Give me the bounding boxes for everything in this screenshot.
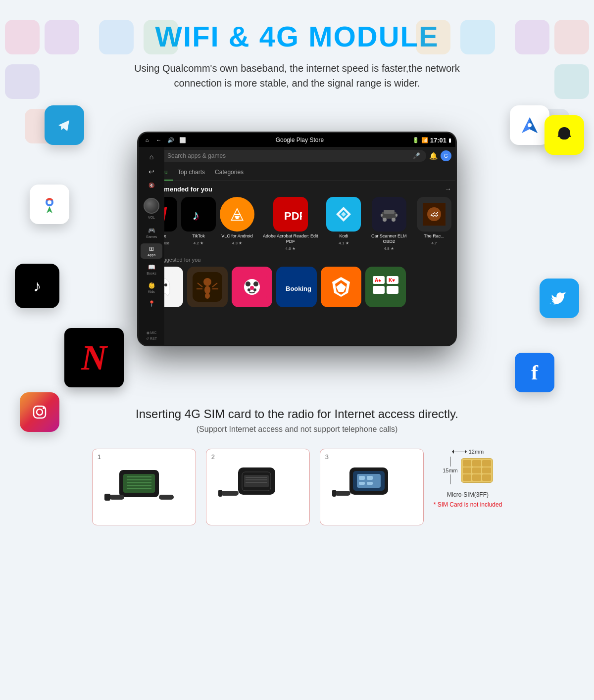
svg-text:♪: ♪ — [194, 210, 200, 223]
recommended-arrow[interactable]: → — [445, 185, 451, 193]
search-mic-icon[interactable]: 🎤 — [413, 152, 420, 159]
volume-knob[interactable]: VOL — [144, 196, 159, 219]
svg-point-48 — [250, 286, 254, 290]
sidebar-item-kids[interactable]: 👶 Kids — [141, 280, 162, 295]
dim-height-label: 15mm — [443, 467, 458, 473]
sim-diagram: 12mm 15mm — [434, 449, 502, 508]
svg-point-47 — [253, 281, 258, 286]
sim-not-included-label: * SIM Card is not included — [434, 501, 502, 508]
car-scanner-app-meta: 4.8 ★ — [384, 246, 394, 251]
home-icon[interactable]: ⌂ — [143, 136, 151, 144]
sidebar-map[interactable]: 📍 — [141, 298, 162, 309]
sidebar-item-books[interactable]: 📖 Books — [141, 262, 162, 277]
tiktok-app-meta: 4.2 ★ — [194, 241, 203, 245]
bottom-subtitle: (Support Internet access and not support… — [30, 425, 564, 434]
sidebar-nav: ⌂ ↩ 🔇 VOL — [139, 147, 164, 345]
app-item-kodi[interactable]: Kodi 4.1 ★ — [326, 197, 361, 251]
svg-text:PDF: PDF — [284, 210, 302, 222]
tab-categories[interactable]: Categories — [210, 165, 248, 181]
svg-rect-70 — [109, 495, 124, 500]
svg-text:A♠: A♠ — [375, 278, 381, 283]
app-item-other[interactable]: 🏎 The Rac... 4.7 — [417, 197, 451, 251]
svg-point-49 — [248, 288, 250, 291]
svg-point-35 — [164, 283, 167, 286]
svg-rect-85 — [367, 476, 373, 480]
svg-point-25 — [383, 218, 387, 222]
kodi-app-name: Kodi — [339, 233, 348, 239]
svg-point-39 — [205, 293, 210, 299]
app-item-vlc[interactable]: VLC for Android 4.3 ★ — [220, 197, 254, 251]
sim-step-3: 3 — [325, 453, 329, 461]
svg-rect-14 — [234, 214, 241, 215]
ad-item-solitaire[interactable]: A♠ K♥ — [365, 267, 406, 307]
svg-point-50 — [253, 288, 256, 291]
svg-rect-24 — [384, 210, 395, 214]
svg-rect-80 — [218, 490, 222, 497]
user-avatar[interactable]: G — [441, 150, 451, 161]
app-name: Google Play Store — [187, 137, 412, 143]
page-subtitle: Using Qualcomm's own baseband, the inter… — [114, 61, 480, 91]
sim-image-3: 3 — [320, 449, 424, 525]
sim-image-2: 2 — [206, 449, 310, 525]
svg-point-37 — [203, 278, 211, 286]
svg-text:Booking: Booking — [286, 285, 311, 292]
sidebar-volume-mute[interactable]: 🔇 — [141, 181, 162, 190]
recents-icon[interactable]: ⬜ — [178, 136, 187, 144]
header: WIFI & 4G MODULE Using Qualcomm's own ba… — [0, 0, 594, 100]
mic-label: ◉ MIC — [147, 331, 157, 335]
playstore-tabs: For you Top charts Categories — [139, 165, 455, 181]
sidebar-item-apps[interactable]: ⊞ Apps — [141, 243, 162, 259]
vlc-app-meta: 4.3 ★ — [232, 241, 242, 245]
recommended-header: Recommended for you → — [139, 181, 455, 195]
nav-icons: ⌂ ← 🔊 ⬜ — [143, 136, 187, 144]
sidebar-back[interactable]: ↩ — [141, 166, 162, 178]
sidebar-item-games[interactable]: 🎮 Games — [141, 225, 162, 240]
svg-rect-13 — [235, 216, 240, 218]
notification-icon[interactable]: 🔔 — [429, 152, 438, 160]
vlc-app-name: VLC for Android — [221, 233, 253, 239]
adobe-app-icon: PDF — [273, 197, 308, 232]
back-icon[interactable]: ← — [154, 136, 163, 144]
app-grid: N Netflix ▶ Installed ♪ ♪ ♪ — [139, 195, 455, 253]
ads-grid: Booking — [139, 265, 455, 309]
ad-item-panda[interactable] — [232, 267, 272, 307]
volume-icon[interactable]: 🔊 — [166, 136, 175, 144]
adobe-app-meta: 4.6 ★ — [286, 246, 296, 251]
sim-image-1: 1 — [92, 449, 196, 525]
status-bar: ⌂ ← 🔊 ⬜ Google Play Store 🔋 📶 17:01 ▮ — [139, 133, 455, 147]
search-placeholder: Search apps & games — [167, 152, 410, 159]
bottom-title: Inserting 4G SIM card to the radio for I… — [30, 407, 564, 421]
google-maps-icon — [30, 185, 69, 224]
sim-section: 1 2 — [30, 449, 564, 525]
sim-type-label: Micro-SIM(3FF) — [447, 491, 489, 498]
snapchat-icon — [544, 115, 584, 155]
kodi-app-meta: 4.1 ★ — [339, 241, 348, 245]
svg-rect-79 — [221, 491, 239, 496]
page-title: WIFI & 4G MODULE — [30, 20, 564, 53]
svg-point-46 — [246, 281, 250, 286]
other-app-icon: 🏎 — [417, 197, 451, 232]
twitter-icon — [540, 279, 579, 318]
sim-step-2: 2 — [211, 453, 215, 461]
app-item-car-scanner[interactable]: Car Scanner ELM OBD2 4.8 ★ — [365, 197, 413, 251]
instagram-icon — [20, 392, 59, 432]
svg-point-26 — [392, 218, 396, 222]
ad-item-brave[interactable] — [321, 267, 361, 307]
device-section: ♪ N — [0, 100, 594, 387]
svg-point-3 — [37, 409, 43, 415]
status-right: 🔋 📶 17:01 ▮ — [412, 137, 451, 144]
app-item-adobe[interactable]: PDF Adobe Acrobat Reader: Edit PDF 4.6 ★ — [258, 197, 322, 251]
svg-rect-89 — [332, 490, 336, 497]
tab-top-charts[interactable]: Top charts — [173, 165, 210, 181]
search-box[interactable]: 🔍 Search apps & games 🎤 — [151, 150, 426, 162]
svg-point-38 — [204, 286, 210, 294]
sidebar-home[interactable]: ⌂ — [141, 151, 162, 163]
app-item-tiktok[interactable]: ♪ ♪ ♪ TikTok 4.2 ★ — [181, 197, 216, 251]
navigation-icon — [510, 105, 549, 145]
svg-point-4 — [43, 407, 45, 409]
ad-item-booking[interactable]: Booking — [276, 267, 317, 307]
playstore-screen: ▶ 🔍 Search apps & games 🎤 🔔 G For you To… — [139, 147, 455, 345]
ad-item-ant[interactable] — [187, 267, 228, 307]
car-scanner-app-icon — [372, 197, 406, 232]
wifi-icon: 📶 — [421, 137, 428, 143]
